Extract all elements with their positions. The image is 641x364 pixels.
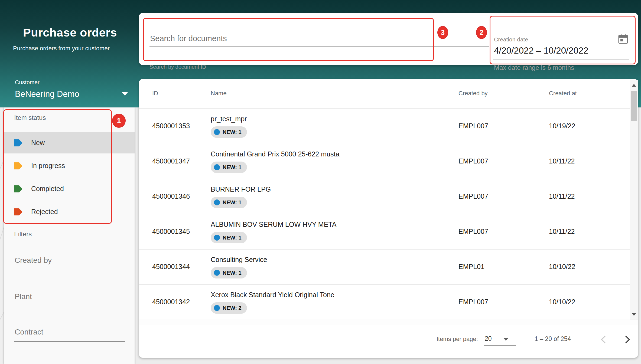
cell-name: Xerox Black Standard Yield Original Tone: [211, 291, 334, 299]
status-tag-icon: [14, 162, 22, 169]
filter-created-by[interactable]: Created by: [15, 256, 52, 265]
cell-created-at: 10/11/22: [549, 157, 575, 165]
search-hint: Search by document ID: [149, 64, 206, 70]
new-dot-icon: [214, 270, 220, 276]
sidebar-item-label: Completed: [31, 185, 64, 193]
cell-created-at: 10/19/22: [549, 122, 575, 130]
status-badge: NEW: 2: [211, 302, 247, 314]
new-dot-icon: [214, 199, 220, 205]
page-title: Purchase orders: [23, 26, 117, 39]
sidebar-item-label: Rejected: [31, 208, 58, 216]
toolbar-card: Search by document ID Creation date 4/20…: [139, 13, 638, 65]
decorative-left-strip: [0, 107, 4, 364]
previous-page-button[interactable]: [601, 336, 609, 344]
cell-created-by: EMPL007: [458, 122, 488, 130]
cell-id: 4500001344: [152, 263, 190, 271]
creation-date-value[interactable]: 4/20/2022 – 10/20/2022: [494, 45, 588, 56]
cell-created-by: EMPL007: [458, 192, 488, 200]
cell-name: Consulting Service: [211, 256, 267, 264]
status-badge: NEW: 1: [211, 267, 247, 278]
status-badge: NEW: 1: [211, 232, 247, 243]
filter-plant[interactable]: Plant: [15, 292, 32, 301]
sidebar-item-new[interactable]: New: [4, 132, 135, 153]
search-underline: [149, 46, 489, 47]
cell-id: 4500001342: [152, 298, 190, 306]
table-row[interactable]: 4500001347 Continental Grand Prix 5000 2…: [139, 144, 630, 179]
item-status-heading: Item status: [14, 114, 46, 122]
status-tag-icon: [14, 208, 22, 215]
filter-created-by-underline: [14, 270, 125, 270]
status-badge: NEW: 1: [211, 126, 247, 138]
page-subtitle: Purchase orders from your customer: [13, 45, 110, 52]
sidebar-item-label: New: [31, 139, 45, 147]
table-row[interactable]: 4500001346 BURNER FOR LPG NEW: 1 EMPL007…: [139, 179, 630, 214]
table-row[interactable]: 4500001344 Consulting Service NEW: 1 EMP…: [139, 249, 630, 285]
creation-date-underline: [493, 60, 629, 60]
badge-text: NEW: 1: [223, 235, 242, 241]
pagination-range: 1 – 20 of 254: [535, 335, 571, 343]
badge-text: NEW: 1: [223, 164, 242, 170]
new-dot-icon: [214, 129, 220, 135]
status-badge: NEW: 1: [211, 162, 247, 173]
cell-created-at: 10/11/22: [549, 192, 575, 200]
cell-id: 4500001347: [152, 157, 190, 165]
sidebar-item-rejected[interactable]: Rejected: [4, 201, 135, 222]
filter-contract[interactable]: Contract: [15, 328, 43, 336]
customer-label: Customer: [15, 79, 40, 86]
filter-contract-underline: [14, 341, 125, 342]
items-per-page-underline: [484, 345, 516, 346]
badge-text: NEW: 1: [223, 270, 242, 276]
sidebar-item-completed[interactable]: Completed: [4, 178, 135, 199]
scroll-up-icon[interactable]: [632, 84, 636, 87]
column-header-id: ID: [152, 90, 158, 97]
items-per-page-select[interactable]: 20: [485, 335, 492, 342]
cell-name: Continental Grand Prix 5000 25-622 musta: [211, 150, 339, 158]
scroll-down-icon[interactable]: [632, 313, 636, 316]
status-tag-icon: [14, 139, 22, 146]
cell-id: 4500001353: [152, 122, 190, 130]
cell-id: 4500001346: [152, 192, 190, 200]
scrollbar-thumb[interactable]: [631, 91, 637, 121]
badge-text: NEW: 1: [223, 129, 242, 135]
customer-select-underline: [10, 102, 131, 102]
chevron-down-icon[interactable]: [503, 338, 509, 341]
horizontal-scrollbar-track[interactable]: [139, 320, 638, 325]
column-header-created-at: Created at: [549, 90, 577, 97]
chevron-down-icon[interactable]: [122, 92, 128, 96]
badge-text: NEW: 2: [223, 305, 242, 311]
cell-created-by: EMPL007: [458, 298, 488, 306]
cell-created-by: EMPL007: [458, 228, 488, 235]
filters-heading: Filters: [14, 230, 32, 238]
new-dot-icon: [214, 305, 220, 311]
cell-created-at: 10/10/22: [549, 298, 575, 306]
new-dot-icon: [214, 164, 220, 170]
cell-created-by: EMPL007: [458, 157, 488, 165]
sidebar-item-label: In progress: [31, 162, 65, 170]
table-scrollbar[interactable]: [630, 80, 638, 320]
filter-plant-underline: [14, 306, 125, 306]
cell-name: ALBUMIN BOV SERUM LOW HVY META: [211, 221, 336, 228]
creation-date-label: Creation date: [494, 36, 528, 43]
creation-date-hint: Max date range is 6 months: [494, 64, 574, 71]
sidebar-item-in-progress[interactable]: In progress: [4, 155, 135, 176]
status-badge: NEW: 1: [211, 197, 247, 208]
cell-name: pr_test_mpr: [211, 115, 247, 123]
items-per-page-label: Items per page:: [437, 336, 478, 343]
status-tag-icon: [14, 185, 22, 192]
badge-text: NEW: 1: [223, 199, 242, 206]
table-row[interactable]: 4500001353 pr_test_mpr NEW: 1 EMPL007 10…: [139, 109, 630, 144]
customer-select[interactable]: BeNeering Demo: [15, 89, 79, 99]
next-page-button[interactable]: [622, 336, 630, 344]
cell-name: BURNER FOR LPG: [211, 185, 271, 193]
cell-created-by: EMPL01: [458, 263, 484, 271]
search-input[interactable]: [149, 32, 490, 44]
table-row[interactable]: 4500001342 Xerox Black Standard Yield Or…: [139, 284, 630, 320]
cell-created-at: 10/10/22: [549, 263, 575, 271]
purchase-orders-page: Purchase orders Purchase orders from you…: [0, 0, 641, 364]
table-row[interactable]: 4500001345 ALBUMIN BOV SERUM LOW HVY MET…: [139, 214, 630, 250]
sidebar: Item status New In progress Completed Re…: [4, 107, 135, 364]
column-header-created-by: Created by: [458, 90, 488, 97]
calendar-icon[interactable]: [618, 34, 628, 45]
cell-created-at: 10/11/22: [549, 228, 575, 235]
documents-table-card: ID Name Created by Created at 4500001353…: [139, 79, 638, 358]
